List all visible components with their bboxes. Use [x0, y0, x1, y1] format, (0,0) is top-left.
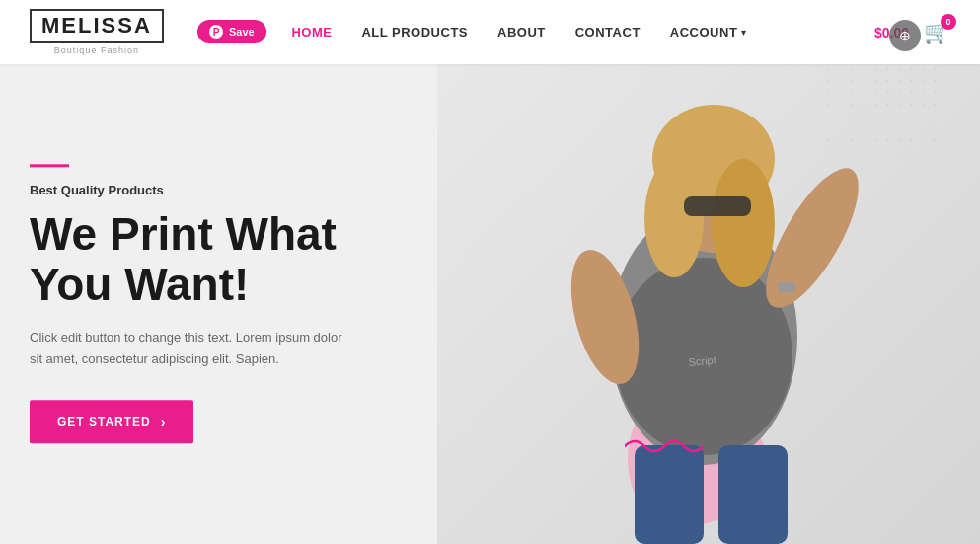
hero-title-line1: We Print What [30, 208, 337, 260]
hero-subtitle: Best Quality Products [30, 183, 424, 197]
nav-item-contact[interactable]: CONTACT [575, 25, 641, 39]
zoom-button[interactable]: ⊕ [889, 20, 921, 51]
main-nav: HOME ALL PRODUCTS ABOUT CONTACT ACCOUNT … [291, 25, 746, 39]
get-started-label: GET STARTED [57, 416, 151, 429]
cart-badge: 0 [941, 14, 956, 30]
save-button[interactable]: P Save [197, 20, 266, 43]
nav-item-account[interactable]: ACCOUNT ▾ [670, 25, 747, 39]
hero-content: Best Quality Products We Print What You … [30, 164, 424, 443]
accent-line [30, 164, 69, 167]
pinterest-icon: P [209, 25, 223, 39]
logo: MELISSA Boutique Fashion [30, 9, 164, 54]
hero-section: Best Quality Products We Print What You … [0, 64, 980, 544]
zoom-icon: ⊕ [899, 28, 911, 43]
chevron-down-icon: ▾ [741, 27, 746, 38]
wavy-line-decoration [625, 431, 704, 465]
logo-subtitle: Boutique Fashion [54, 45, 139, 55]
get-started-button[interactable]: GET STARTED › [30, 401, 193, 444]
hero-description: Click edit button to change this text. L… [30, 328, 345, 371]
hero-title: We Print What You Want! [30, 209, 424, 309]
page-wrapper: Script MELISSA Boutique Fashion HOME ALL… [0, 0, 980, 544]
arrow-right-icon: › [161, 415, 167, 430]
logo-name[interactable]: MELISSA [30, 9, 164, 42]
save-label: Save [229, 26, 255, 38]
cart-button[interactable]: 🛒 0 [924, 20, 950, 45]
hero-title-line2: You Want! [30, 259, 249, 310]
nav-item-about[interactable]: ABOUT [497, 25, 546, 39]
nav-item-all-products[interactable]: ALL PRODUCTS [361, 25, 468, 39]
nav-item-home[interactable]: HOME [291, 25, 332, 39]
nav-account-label[interactable]: ACCOUNT [670, 25, 738, 39]
header: MELISSA Boutique Fashion HOME ALL PRODUC… [0, 0, 980, 64]
